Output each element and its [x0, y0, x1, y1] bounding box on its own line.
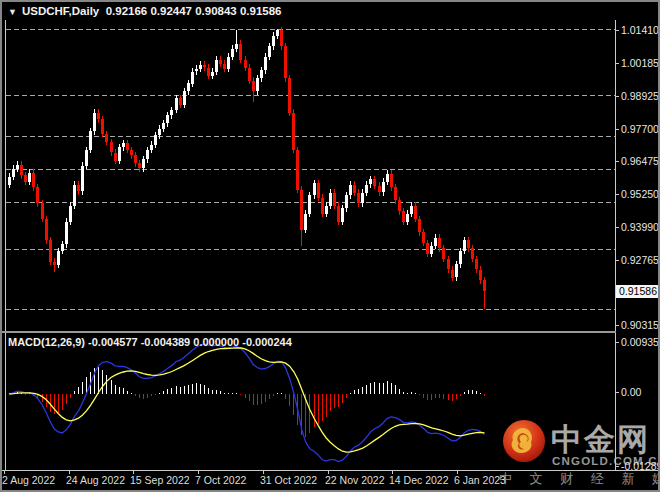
candle-body: [146, 150, 149, 159]
candle-body: [191, 72, 194, 84]
price-tick: [615, 30, 619, 31]
candle-body: [244, 60, 247, 68]
macd-histogram-bar: [167, 389, 168, 394]
candle-body: [252, 81, 255, 92]
candle-wick: [236, 30, 237, 53]
macd-histogram-bar: [46, 394, 47, 407]
macd-histogram-bar: [139, 394, 140, 398]
plot-left-border: [5, 20, 6, 470]
time-axis-line[interactable]: [0, 470, 660, 471]
candle-body: [24, 175, 27, 182]
macd-histogram-bar: [70, 394, 71, 398]
watermark-tagline: 中 文 财 经 新 媒 体: [499, 470, 660, 488]
macd-line: [10, 344, 485, 462]
candle-body: [317, 183, 320, 198]
candle-body: [12, 169, 15, 177]
macd-histogram-bar: [82, 382, 83, 395]
candle-body: [134, 155, 137, 163]
macd-histogram-bar: [192, 384, 193, 394]
macd-histogram-bar: [379, 383, 380, 394]
macd-histogram-bar: [106, 375, 107, 395]
candle-body: [203, 65, 206, 68]
macd-histogram-bar: [86, 377, 87, 394]
cngold-logo-icon: [502, 419, 547, 464]
candle-body: [321, 198, 324, 214]
candle-body: [341, 208, 344, 221]
candle-body: [414, 206, 417, 219]
candle-body: [36, 187, 39, 203]
candle-body: [325, 206, 328, 214]
candle-body: [349, 185, 352, 196]
fib-line[interactable]: [6, 309, 615, 310]
candle-body: [8, 177, 11, 185]
macd-histogram-bar: [78, 387, 79, 394]
candle-body: [69, 206, 72, 222]
fib-line[interactable]: [6, 95, 615, 96]
macd-histogram-bar: [33, 394, 34, 396]
candle-body: [118, 147, 121, 160]
macd-histogram-bar: [17, 392, 18, 394]
macd-histogram-bar: [452, 394, 453, 401]
fib-line[interactable]: [6, 169, 615, 170]
price-axis-line[interactable]: [615, 20, 616, 470]
macd-histogram-bar: [184, 386, 185, 394]
signal-line: [10, 348, 485, 452]
candle-body: [223, 64, 226, 69]
macd-histogram-bar: [330, 394, 331, 411]
macd-histogram-bar: [443, 394, 444, 399]
macd-histogram-bar: [399, 389, 400, 395]
candle-body: [61, 244, 64, 251]
macd-histogram-bar: [326, 394, 327, 417]
macd-histogram-bar: [435, 394, 436, 398]
time-tick-label: 7 Oct 2022: [195, 474, 246, 486]
macd-histogram-bar: [127, 391, 128, 395]
candle-body: [207, 68, 210, 76]
candle-body: [268, 46, 271, 57]
macd-histogram-bar: [301, 394, 302, 435]
price-tick-label: 0.95250: [621, 188, 659, 200]
candle-wick: [54, 258, 55, 272]
macd-histogram-bar: [232, 393, 233, 394]
macd-histogram-bar: [476, 391, 477, 394]
candle-body: [162, 123, 165, 128]
candle-body: [154, 135, 157, 144]
candle-body: [386, 174, 389, 182]
candle-body: [353, 185, 356, 193]
panel-separator[interactable]: [0, 331, 616, 333]
macd-histogram-bar: [362, 387, 363, 394]
candle-body: [93, 113, 96, 132]
fib-line[interactable]: [6, 29, 615, 30]
candle-body: [382, 182, 385, 193]
macd-histogram-bar: [277, 393, 278, 394]
fib-line[interactable]: [6, 136, 615, 137]
candle-body: [357, 193, 360, 204]
macd-histogram-bar: [123, 388, 124, 394]
fib-line[interactable]: [6, 249, 615, 250]
ohlc-quotes: 0.92166 0.92447 0.90843 0.91586: [106, 5, 282, 17]
candle-body: [402, 211, 405, 222]
candle-body: [73, 185, 76, 206]
macd-histogram-bar: [74, 391, 75, 395]
macd-histogram-bar: [484, 394, 485, 396]
candle-body: [49, 240, 52, 261]
candle-body: [479, 270, 482, 281]
chevron-down-icon[interactable]: ▼: [8, 7, 17, 17]
candle-body: [81, 166, 84, 191]
macd-histogram-bar: [314, 394, 315, 427]
macd-histogram-bar: [228, 393, 229, 394]
macd-histogram-bar: [143, 394, 144, 399]
candle-body: [89, 131, 92, 150]
symbol-timeframe-label: USDCHF,Daily: [22, 5, 99, 17]
macd-histogram-bar: [468, 390, 469, 394]
candle-body: [288, 78, 291, 113]
macd-histogram-bar: [431, 394, 432, 400]
macd-histogram-bar: [50, 394, 51, 412]
candle-body: [114, 153, 117, 161]
macd-histogram-bar: [423, 394, 424, 398]
candle-body: [97, 113, 100, 120]
candle-body: [292, 113, 295, 150]
candle-body: [394, 187, 397, 200]
macd-histogram-bar: [58, 394, 59, 413]
macd-histogram-bar: [236, 393, 237, 394]
macd-histogram-bar: [90, 372, 91, 394]
